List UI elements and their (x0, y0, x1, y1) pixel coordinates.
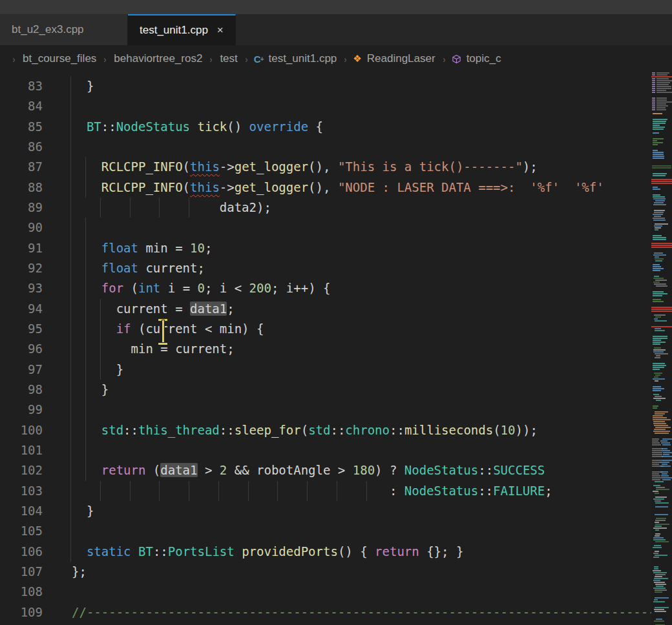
minimap-row (651, 256, 672, 258)
breadcrumb-label: behaviortree_ros2 (112, 52, 204, 65)
breadcrumb-item-topic_c[interactable]: topic_c (452, 52, 503, 65)
code-text: } (72, 501, 94, 521)
code-line-84[interactable]: 84 (0, 96, 651, 116)
code-line-92[interactable]: 92 float current; (0, 258, 651, 278)
minimap-row (651, 533, 672, 535)
chevron-right-icon: › (340, 54, 352, 65)
indent-guide (70, 96, 71, 116)
code-editor[interactable]: 83 }8485 BT::NodeStatus tick() override … (0, 72, 651, 625)
minimap-row (651, 140, 672, 141)
minimap-row (651, 619, 672, 620)
minimap-row (651, 212, 672, 213)
code-line-89[interactable]: 89 data2); (0, 198, 651, 218)
minimap-row (651, 272, 672, 273)
code-text: float current; (72, 258, 205, 278)
minimap-row (651, 101, 672, 103)
minimap-row (651, 539, 672, 540)
minimap-row (651, 276, 672, 277)
code-line-102[interactable]: 102 return (data1 > 2 && robotAngle > 18… (0, 460, 651, 480)
minimap-row (651, 111, 672, 112)
code-line-87[interactable]: 87 RCLCPP_INFO(this->get_logger(), "This… (0, 157, 651, 177)
minimap-row (651, 400, 672, 401)
code-text: float min = 10; (72, 238, 212, 258)
close-icon[interactable]: × (217, 24, 224, 37)
chevron-right-icon: › (100, 54, 111, 65)
minimap-row (651, 386, 672, 387)
code-line-97[interactable]: 97 } (0, 360, 651, 380)
chevron-right-icon: › (240, 54, 252, 65)
minimap-row (651, 483, 672, 484)
minimap-row (651, 189, 672, 190)
line-number: 107 (0, 562, 43, 582)
line-number: 85 (0, 117, 43, 137)
code-line-101[interactable]: 101 (0, 440, 651, 460)
minimap-row (651, 440, 672, 442)
minimap-row (651, 419, 672, 420)
minimap-row (651, 307, 672, 308)
code-line-83[interactable]: 83 } (0, 76, 651, 96)
code-line-85[interactable]: 85 BT::NodeStatus tick() override { (0, 117, 651, 137)
code-line-105[interactable]: 105 (0, 521, 651, 541)
line-number: 94 (0, 299, 43, 319)
minimap-row (651, 529, 672, 531)
code-line-98[interactable]: 98 } (0, 380, 651, 400)
minimap-row (651, 84, 672, 85)
line-number: 102 (0, 460, 43, 480)
minimap-row (651, 332, 672, 333)
minimap-row (651, 340, 672, 341)
code-line-94[interactable]: 94 current = data1; (0, 299, 651, 319)
breadcrumb-item-bt_course_files[interactable]: bt_course_files (21, 52, 98, 65)
minimap-row (651, 342, 672, 343)
tab-bt_u2_ex3.cpp[interactable]: bt_u2_ex3.cpp (0, 14, 128, 45)
minimap-row (651, 218, 672, 219)
code-line-91[interactable]: 91 float min = 10; (0, 238, 651, 258)
minimap-row (651, 173, 672, 174)
tab-test_unit1.cpp[interactable]: test_unit1.cpp× (128, 14, 236, 45)
code-line-96[interactable]: 96 min = current; (0, 339, 651, 359)
minimap-row (651, 365, 672, 366)
minimap-row (651, 266, 672, 267)
breadcrumb-item-behaviortree_ros2[interactable]: behaviortree_ros2 (112, 52, 204, 65)
minimap-row (651, 479, 672, 480)
code-line-95[interactable]: 95 if (current < min) { (0, 319, 651, 339)
code-line-99[interactable]: 99 (0, 400, 651, 420)
minimap-row (651, 97, 672, 99)
code-line-90[interactable]: 90 (0, 218, 651, 238)
minimap-row (651, 351, 672, 353)
minimap-row (651, 233, 672, 234)
minimap-row (651, 165, 672, 167)
minimap-row (651, 497, 672, 498)
code-line-88[interactable]: 88 RCLCPP_INFO(this->get_logger(), "NODE… (0, 178, 651, 198)
breadcrumb-item-test[interactable]: test (218, 52, 238, 65)
code-text: //--------------------------------------… (72, 602, 651, 622)
minimap-row (651, 537, 672, 538)
code-line-100[interactable]: 100 std::this_thread::sleep_for(std::chr… (0, 420, 651, 440)
class-symbol-icon: ❖ (353, 53, 361, 65)
minimap-row (651, 336, 672, 337)
code-line-103[interactable]: 103 : NodeStatus::FAILURE; (0, 481, 651, 501)
code-line-86[interactable]: 86 (0, 137, 651, 157)
minimap-row (651, 196, 672, 198)
code-line-108[interactable]: 108 (0, 582, 651, 602)
breadcrumb-item-ReadingLaser[interactable]: ❖ReadingLaser (353, 52, 436, 65)
code-line-106[interactable]: 106 static BT::PortsList providedPorts()… (0, 542, 651, 562)
minimap-row (651, 183, 672, 184)
minimap-row (651, 588, 672, 589)
minimap-row (651, 622, 672, 624)
code-text: for (int i = 0; i < 200; i++) { (72, 278, 330, 298)
minimap[interactable] (651, 72, 672, 625)
minimap-row (651, 373, 672, 374)
code-line-107[interactable]: 107}; (0, 562, 651, 582)
minimap-row (651, 531, 672, 533)
breadcrumb-label: test_unit1.cpp (267, 52, 338, 65)
minimap-row (651, 202, 672, 203)
code-line-109[interactable]: 109//-----------------------------------… (0, 602, 651, 622)
indent-guide (70, 440, 71, 460)
breadcrumb-item-test_unit1.cpp[interactable]: C+test_unit1.cpp (254, 52, 339, 65)
code-line-104[interactable]: 104 } (0, 501, 651, 521)
minimap-row (651, 586, 672, 587)
code-line-93[interactable]: 93 for (int i = 0; i < 200; i++) { (0, 278, 651, 298)
minimap-row (651, 570, 672, 571)
indent-guide (70, 198, 71, 218)
minimap-row (651, 208, 672, 209)
